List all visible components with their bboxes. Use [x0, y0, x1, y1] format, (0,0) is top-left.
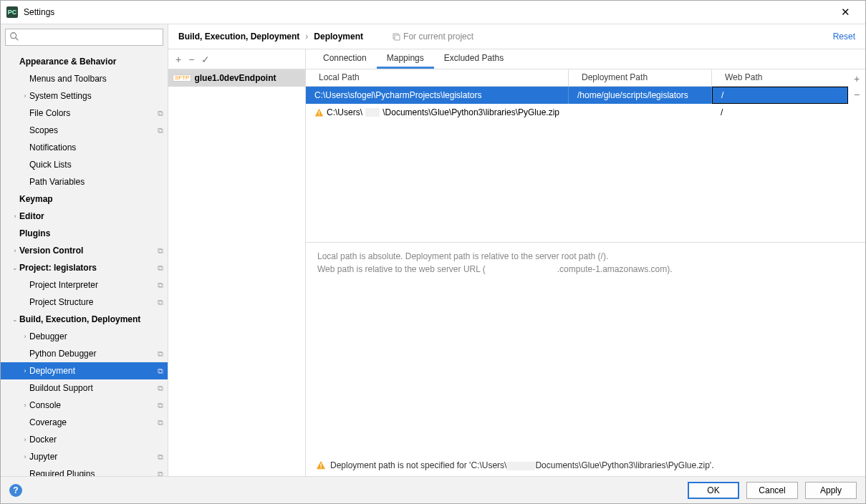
tab-excluded-paths[interactable]: Excluded Paths [434, 49, 514, 69]
tree-item-buildout-support[interactable]: Buildout Support⧉ [1, 379, 168, 397]
tree-item-system-settings[interactable]: ›System Settings [1, 87, 168, 105]
row-actions: + − [848, 69, 865, 242]
cell-local-post: \Documents\Glue\Python3\libraries\PyGlue… [383, 107, 559, 117]
hint-line1: Local path is absolute. Deployment path … [317, 250, 854, 263]
chevron-icon: › [21, 367, 29, 374]
tree-item-docker[interactable]: ›Docker [1, 431, 168, 448]
col-local[interactable]: Local Path [306, 69, 569, 86]
tab-connection[interactable]: Connection [313, 49, 377, 69]
help-button[interactable]: ? [9, 484, 22, 497]
chevron-icon: › [11, 213, 19, 220]
close-button[interactable]: ✕ [831, 2, 860, 22]
tree-item-coverage[interactable]: Coverage⧉ [1, 414, 168, 431]
tree-item-label: Plugins [19, 228, 163, 238]
chevron-icon: ⌄ [11, 264, 19, 271]
tree-item-label: System Settings [29, 91, 163, 101]
tree-item-build-execution-deployment[interactable]: ⌄Build, Execution, Deployment [1, 311, 168, 328]
svg-line-1 [16, 38, 19, 41]
tree-item-label: Appearance & Behavior [19, 57, 163, 67]
mapping-row[interactable]: C:\Users\\Documents\Glue\Python3\librari… [306, 104, 848, 121]
tree-item-scopes[interactable]: Scopes⧉ [1, 122, 168, 139]
project-scope-icon: ⧉ [158, 384, 163, 393]
svg-rect-3 [395, 35, 400, 40]
tree-item-console[interactable]: ›Console⧉ [1, 397, 168, 414]
chevron-icon: › [21, 436, 29, 443]
reset-link[interactable]: Reset [833, 32, 855, 42]
col-deploy[interactable]: Deployment Path [569, 69, 712, 86]
search-input[interactable] [5, 29, 163, 46]
for-current-project: For current project [392, 32, 473, 42]
project-scope-icon: ⧉ [158, 470, 163, 477]
tree-item-label: Buildout Support [29, 383, 158, 393]
cell-web: / [721, 107, 723, 117]
titlebar: PC Settings ✕ [1, 1, 865, 24]
warning-bar: Deployment path is not specified for 'C:… [306, 455, 865, 476]
tree-item-file-colors[interactable]: File Colors⧉ [1, 105, 168, 122]
cancel-button[interactable]: Cancel [746, 482, 798, 499]
remove-server-button[interactable]: − [188, 54, 194, 65]
tree-item-appearance-behavior[interactable]: Appearance & Behavior [1, 53, 168, 70]
chevron-icon: › [11, 247, 19, 254]
tab-mappings[interactable]: Mappings [377, 49, 434, 69]
redacted [365, 108, 380, 117]
tree-item-project-interpreter[interactable]: Project Interpreter⧉ [1, 276, 168, 294]
remove-row-button[interactable]: − [848, 87, 865, 102]
warning-icon [316, 460, 326, 470]
tree-item-jupyter[interactable]: ›Jupyter⧉ [1, 448, 168, 465]
svg-point-0 [11, 33, 16, 39]
tree-item-required-plugins[interactable]: Required Plugins⧉ [1, 465, 168, 476]
apply-button[interactable]: Apply [805, 482, 857, 499]
tree-item-label: Path Variables [29, 177, 163, 187]
server-list-item[interactable]: SFTP glue1.0devEndpoint [168, 69, 305, 87]
chevron-icon: › [21, 333, 29, 340]
chevron-icon: › [21, 402, 29, 409]
tree-item-quick-lists[interactable]: Quick Lists [1, 156, 168, 173]
redacted [486, 265, 557, 273]
tree-item-label: Editor [19, 211, 163, 221]
tree-item-notifications[interactable]: Notifications [1, 139, 168, 156]
tree-item-debugger[interactable]: ›Debugger [1, 328, 168, 345]
project-scope-icon: ⧉ [158, 452, 163, 462]
settings-tree[interactable]: Appearance & BehaviorMenus and Toolbars›… [1, 50, 168, 476]
mappings-table-wrap: Local Path Deployment Path Web Path C:\U… [306, 69, 865, 243]
mappings-body: Local Path Deployment Path Web Path C:\U… [306, 69, 865, 476]
deployment-panel: + − ✓ SFTP glue1.0devEndpoint Connection… [168, 49, 865, 476]
tree-item-path-variables[interactable]: Path Variables [1, 173, 168, 190]
tree-item-label: Debugger [29, 331, 163, 341]
tree-item-project-structure[interactable]: Project Structure⧉ [1, 294, 168, 311]
tree-item-project-legislators[interactable]: ⌄Project: legislators⧉ [1, 259, 168, 276]
mark-default-button[interactable]: ✓ [201, 54, 210, 65]
project-scope-icon: ⧉ [158, 349, 163, 359]
col-web[interactable]: Web Path [712, 69, 848, 86]
svg-rect-6 [320, 463, 321, 466]
tree-item-deployment[interactable]: ›Deployment⧉ [1, 362, 168, 379]
breadcrumb-row: Build, Execution, Deployment › Deploymen… [168, 24, 865, 49]
tree-item-menus-and-toolbars[interactable]: Menus and Toolbars [1, 70, 168, 87]
project-scope-icon: ⧉ [158, 109, 163, 118]
tree-item-label: Python Debugger [29, 349, 158, 359]
sftp-badge: SFTP [173, 74, 191, 82]
mapping-row[interactable]: C:\Users\sfogel\PycharmProjects\legislat… [306, 87, 848, 104]
project-scope-icon: ⧉ [158, 367, 163, 376]
main: Appearance & BehaviorMenus and Toolbars›… [1, 24, 865, 476]
project-scope-icon: ⧉ [158, 126, 163, 135]
for-project-label: For current project [403, 32, 473, 42]
breadcrumb-a[interactable]: Build, Execution, Deployment [178, 32, 299, 42]
server-list[interactable]: SFTP glue1.0devEndpoint [168, 69, 305, 476]
tree-item-version-control[interactable]: ›Version Control⧉ [1, 242, 168, 259]
tree-item-keymap[interactable]: Keymap [1, 190, 168, 208]
svg-rect-4 [319, 111, 319, 114]
tree-item-label: Project Structure [29, 297, 158, 307]
ok-button[interactable]: OK [688, 482, 739, 499]
tree-item-label: File Colors [29, 108, 158, 118]
tree-item-label: Docker [29, 435, 163, 445]
tree-item-editor[interactable]: ›Editor [1, 208, 168, 225]
tree-item-plugins[interactable]: Plugins [1, 225, 168, 242]
tree-item-python-debugger[interactable]: Python Debugger⧉ [1, 345, 168, 362]
cell-web: / [721, 90, 723, 100]
add-row-button[interactable]: + [848, 71, 865, 87]
add-server-button[interactable]: + [175, 54, 181, 65]
project-scope-icon: ⧉ [158, 281, 163, 290]
tree-item-label: Notifications [29, 142, 163, 152]
project-scope-icon: ⧉ [158, 418, 163, 427]
